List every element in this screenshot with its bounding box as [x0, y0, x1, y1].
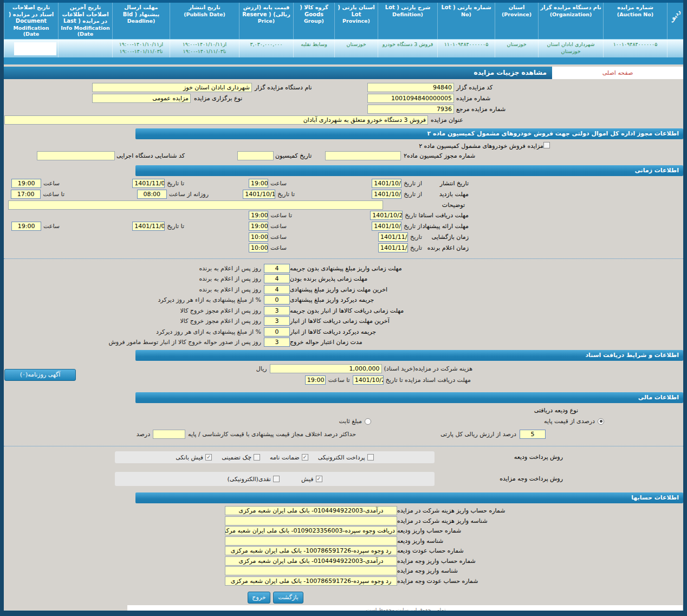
cell-last-info-modification	[58, 40, 112, 57]
financial-section: نوع ودیعه دریافتی درصدی از قیمت پایه مبل…	[4, 405, 683, 441]
date-field[interactable]: 1401/10/22	[370, 211, 403, 220]
fee-payment-options: فیش نقدی(الکترونیکی)	[115, 472, 435, 486]
time-field[interactable]: 19:00	[11, 179, 41, 188]
results-table: ردیف شماره مزایده(Auction No) نام دستگاه…	[4, 0, 683, 64]
organization-field[interactable]: شهرداری ابادان استان خوز	[92, 83, 252, 92]
penalty-row: جریمه دیرکرد واریز مبلغ پیشنهادی0% از مب…	[4, 295, 683, 306]
slip-checkbox[interactable]	[316, 476, 322, 482]
days-field[interactable]: 4	[264, 274, 290, 283]
divider	[4, 446, 683, 446]
percent-radio[interactable]	[598, 418, 604, 425]
time-field[interactable]: 19:00	[249, 211, 268, 220]
time-field[interactable]: 17:00	[11, 190, 41, 199]
doc-deadline-time[interactable]: 19:00	[305, 375, 326, 385]
doc-cost-field[interactable]: 1,000,000	[270, 364, 382, 373]
account-field[interactable]	[225, 536, 397, 546]
date-field[interactable]: 1401/11/03	[132, 179, 165, 188]
description-field[interactable]	[8, 200, 383, 210]
time-field[interactable]: 19:00	[249, 179, 268, 188]
col-organization: نام دستگاه مزایده گزار(Organization)	[538, 3, 603, 39]
account-field[interactable]: درآمدی-0104494922003- بانک ملی ایران شعب…	[225, 506, 397, 515]
timing-row-publish: تاریخ انتشار از تاریخ1401/10/11 ساعت19:0…	[4, 178, 683, 189]
ref-no-field[interactable]: 7936	[367, 105, 454, 114]
time-field[interactable]: 10:00	[249, 243, 268, 252]
percent-field[interactable]: 0	[264, 327, 290, 336]
penalties-section: مهلت زمانی واریز مبلغ پیشنهادی بدون جریم…	[4, 263, 683, 347]
timing-section: تاریخ انتشار از تاریخ1401/10/11 ساعت19:0…	[4, 178, 683, 254]
col-lot-definition: شرح پارتی ( Lot(Definition	[378, 3, 437, 39]
col-reserve-price: قیمت پایه (ارزش ریالی) ( Reserve(Price	[239, 3, 293, 39]
penalty-row: آخرین مهلت زمانی دریافت کالاها از انبار3…	[4, 316, 683, 327]
cell-lot-no: ۱۱۰۱۰۹۴۸۴۰۰۰۰۰۰۵	[437, 40, 495, 57]
date-field[interactable]: 1401/11/03	[132, 222, 165, 231]
nav-row: صفحه اصلی مشاهده جزییات مزایده	[4, 67, 683, 79]
account-field[interactable]	[225, 516, 397, 526]
fixed-amount-radio[interactable]	[365, 418, 371, 425]
deposit-percent-field[interactable]: 5	[520, 430, 546, 439]
percent-field[interactable]: 0	[264, 295, 290, 304]
days-field[interactable]: 3	[264, 338, 290, 347]
cash-electronic-checkbox[interactable]	[273, 476, 280, 482]
cell-reserve-price: ۳,۰۳۰,۰۰۰,۰۰۰	[239, 40, 293, 57]
page-title: مشاهده جزییات مزایده	[4, 67, 552, 79]
time-field[interactable]: 10:00	[249, 232, 268, 242]
guarantee-checkbox[interactable]	[302, 454, 308, 461]
permit-no-field[interactable]	[325, 151, 401, 160]
account-field[interactable]: دریافت وجوه سپرده-0109023356003- بانک مل…	[225, 526, 397, 535]
account-field[interactable]	[225, 566, 397, 575]
maxdiff-field[interactable]	[153, 430, 185, 439]
cell-auction-no: ۱۰۰۱۰۹۴۸۴۰۰۰۰۰۰۵	[603, 40, 667, 57]
col-auction-no: شماره مزایده(Auction No)	[603, 3, 667, 39]
table-header-row: ردیف شماره مزایده(Auction No) نام دستگاه…	[4, 3, 683, 39]
general-section: کد مزایده گزار 94840 نام دستگاه مزایده گ…	[4, 82, 683, 126]
accounts-section: شماره حساب واریز هزینه شرکت در مزایدهدرآ…	[4, 505, 683, 586]
date-field[interactable]: 1401/11/05	[378, 243, 408, 252]
certified-check-checkbox[interactable]	[254, 454, 260, 461]
date-field[interactable]: 1401/11/04	[378, 232, 408, 242]
table-row[interactable]: ۱۰۰۱۰۹۴۸۴۰۰۰۰۰۰۵ شهرداری ابادان استان خو…	[4, 39, 683, 57]
doc-cost-unit: ریال	[256, 365, 267, 372]
exit-button[interactable]: خروج	[248, 592, 270, 604]
penalty-row: مهلت زمانی دریافت کالاها از انبار بدون ج…	[4, 305, 683, 316]
home-link[interactable]: صفحه اصلی	[552, 67, 683, 79]
col-goods-group: گروه کالا ( Goods(Group	[293, 3, 334, 39]
organization-label: نام دستگاه مزایده گزار	[255, 84, 312, 91]
newspaper-ad-button[interactable]: آگهی روزنامه(۰)	[4, 369, 76, 381]
cell-province: خوزستان	[495, 40, 538, 57]
date-field[interactable]: 1401/10/11	[372, 222, 401, 231]
time-field[interactable]: 19:00	[249, 222, 268, 231]
cell-document-modification	[4, 40, 58, 57]
cell-goods-group: وسایط نقلیه	[293, 40, 334, 57]
days-field[interactable]: 4	[264, 285, 290, 294]
time-field[interactable]: 08:00	[137, 190, 167, 199]
commission-date-field[interactable]	[237, 151, 274, 160]
days-field[interactable]: 4	[264, 264, 290, 273]
auctioneer-code-field[interactable]: 94840	[367, 83, 454, 92]
doc-deadline-label: مهلت دریافت اسناد مزایده تا تاریخ	[386, 377, 471, 384]
date-field[interactable]: 1401/10/19	[243, 190, 275, 199]
electronic-payment-checkbox[interactable]	[367, 454, 374, 461]
days-field[interactable]: 3	[264, 316, 290, 326]
time-field[interactable]: 19:00	[11, 222, 41, 231]
date-field[interactable]: 1401/10/11	[372, 179, 401, 188]
days-field[interactable]: 3	[264, 306, 290, 315]
bank-slip-checkbox[interactable]	[205, 454, 212, 461]
account-field[interactable]: رد وجوه سپرده-100786591726- بانک ملی ایر…	[225, 576, 397, 586]
col-bid-deadline: مهلت ارسال پیشنهاد ( Bid(Deadline	[112, 3, 170, 39]
penalty-row: اخرین مهلت زمانی واریز مبلغ پیشنهادی4روز…	[4, 284, 683, 295]
auction-title-field[interactable]: فروش 3 دستگاه خودرو متعلق به شهرداری آبا…	[4, 115, 428, 125]
timing-row-opening: زمان بازگشایی تاریخ1401/11/04 ساعت10:00	[4, 232, 683, 243]
account-field[interactable]: رد وجوه سپرده-100786591726- بانک ملی ایر…	[225, 546, 397, 555]
timing-row-visit: مهلت بازدید از تاریخ1401/10/11 تا تاریخ1…	[4, 189, 683, 200]
auction-no-field[interactable]: 1001094840000005	[367, 94, 454, 103]
account-field[interactable]: درآمدی-0104494922003- بانک ملی ایران شعب…	[225, 556, 397, 566]
article2-checkbox[interactable]	[543, 142, 550, 148]
back-button[interactable]: بازگشت	[273, 592, 303, 604]
col-last-info-modification: تاریخ آخرین اصلاحات اطلاعات در مزایده ( …	[58, 3, 112, 39]
penalty-row: مهلت زمانی واریز مبلغ پیشنهادی بدون جریم…	[4, 263, 683, 274]
exec-id-field[interactable]	[37, 151, 115, 160]
doc-deadline-date[interactable]: 1401/10/22	[353, 375, 384, 385]
auction-type-field[interactable]: مزایده عمومی	[92, 94, 191, 103]
docs-section-bar: اطلاعات و شرایط دریافت اسناد	[135, 350, 683, 361]
date-field[interactable]: 1401/10/11	[372, 190, 401, 199]
